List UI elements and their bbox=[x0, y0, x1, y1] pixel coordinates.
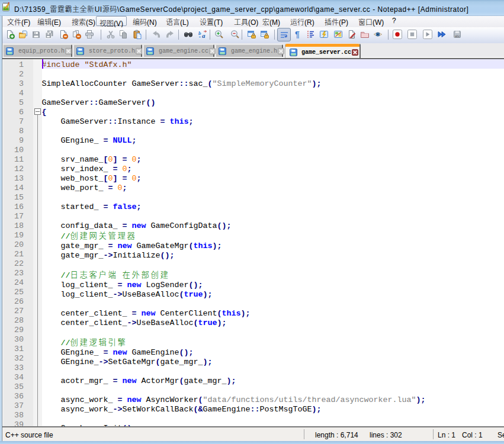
svg-text:abc: abc bbox=[455, 34, 460, 38]
svg-text:b: b bbox=[198, 30, 201, 36]
svg-text:D: D bbox=[352, 36, 355, 39]
svg-text:¶: ¶ bbox=[295, 30, 300, 39]
svg-text:a: a bbox=[202, 32, 206, 39]
